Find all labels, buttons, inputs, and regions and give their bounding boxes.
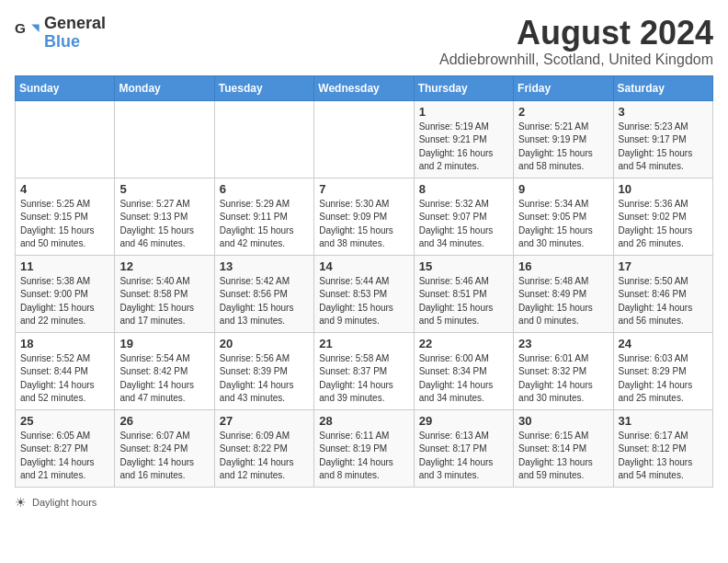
- calendar-cell: 17Sunrise: 5:50 AM Sunset: 8:46 PM Dayli…: [613, 255, 712, 332]
- day-number: 2: [518, 105, 608, 119]
- day-info: Sunrise: 6:01 AM Sunset: 8:32 PM Dayligh…: [518, 352, 608, 406]
- day-number: 25: [20, 414, 109, 428]
- day-info: Sunrise: 6:15 AM Sunset: 8:14 PM Dayligh…: [518, 430, 608, 483]
- calendar-cell: 23Sunrise: 6:01 AM Sunset: 8:32 PM Dayli…: [514, 332, 613, 409]
- day-number: 7: [319, 182, 408, 196]
- day-number: 12: [119, 259, 209, 273]
- day-info: Sunrise: 5:21 AM Sunset: 9:19 PM Dayligh…: [518, 121, 608, 174]
- day-info: Sunrise: 5:46 AM Sunset: 8:51 PM Dayligh…: [419, 275, 508, 328]
- day-number: 6: [220, 182, 309, 196]
- day-number: 26: [119, 414, 209, 428]
- calendar-header-row: SundayMondayTuesdayWednesdayThursdayFrid…: [16, 75, 713, 100]
- day-number: 28: [319, 414, 408, 428]
- calendar-cell: [214, 100, 313, 178]
- calendar-cell: 11Sunrise: 5:38 AM Sunset: 9:00 PM Dayli…: [16, 255, 115, 332]
- day-number: 3: [619, 105, 708, 119]
- day-info: Sunrise: 5:48 AM Sunset: 8:49 PM Dayligh…: [518, 275, 608, 328]
- calendar-cell: 8Sunrise: 5:32 AM Sunset: 9:07 PM Daylig…: [414, 178, 513, 255]
- calendar-cell: 31Sunrise: 6:17 AM Sunset: 8:12 PM Dayli…: [613, 409, 712, 487]
- day-number: 29: [419, 414, 508, 428]
- calendar-cell: 10Sunrise: 5:36 AM Sunset: 9:02 PM Dayli…: [613, 178, 712, 255]
- day-number: 13: [220, 259, 309, 273]
- calendar-cell: 22Sunrise: 6:00 AM Sunset: 8:34 PM Dayli…: [414, 332, 513, 409]
- calendar-cell: 19Sunrise: 5:54 AM Sunset: 8:42 PM Dayli…: [115, 332, 214, 409]
- day-number: 30: [518, 414, 608, 428]
- day-info: Sunrise: 5:58 AM Sunset: 8:37 PM Dayligh…: [319, 352, 408, 406]
- calendar-week-row: 11Sunrise: 5:38 AM Sunset: 9:00 PM Dayli…: [16, 255, 713, 332]
- day-info: Sunrise: 6:00 AM Sunset: 8:34 PM Dayligh…: [419, 352, 508, 406]
- calendar-cell: 14Sunrise: 5:44 AM Sunset: 8:53 PM Dayli…: [314, 255, 414, 332]
- calendar-cell: [314, 100, 414, 178]
- daylight-hours-label: Daylight hours: [32, 497, 97, 508]
- weekday-header: Saturday: [613, 75, 712, 100]
- calendar-cell: [16, 100, 115, 178]
- calendar-cell: 25Sunrise: 6:05 AM Sunset: 8:27 PM Dayli…: [16, 409, 115, 487]
- calendar-cell: 6Sunrise: 5:29 AM Sunset: 9:11 PM Daylig…: [214, 178, 313, 255]
- day-info: Sunrise: 5:32 AM Sunset: 9:07 PM Dayligh…: [419, 198, 508, 251]
- calendar-cell: 9Sunrise: 5:34 AM Sunset: 9:05 PM Daylig…: [514, 178, 613, 255]
- sun-icon: ☀: [15, 495, 27, 510]
- day-info: Sunrise: 6:13 AM Sunset: 8:17 PM Dayligh…: [419, 430, 508, 483]
- weekday-header: Wednesday: [314, 75, 414, 100]
- day-info: Sunrise: 5:34 AM Sunset: 9:05 PM Dayligh…: [518, 198, 608, 251]
- calendar-cell: 28Sunrise: 6:11 AM Sunset: 8:19 PM Dayli…: [314, 409, 414, 487]
- svg-text:G: G: [15, 20, 26, 36]
- svg-marker-1: [31, 24, 39, 31]
- day-number: 16: [518, 259, 608, 273]
- calendar-cell: 12Sunrise: 5:40 AM Sunset: 8:58 PM Dayli…: [115, 255, 214, 332]
- calendar-cell: 16Sunrise: 5:48 AM Sunset: 8:49 PM Dayli…: [514, 255, 613, 332]
- weekday-header: Thursday: [414, 75, 513, 100]
- calendar-cell: 13Sunrise: 5:42 AM Sunset: 8:56 PM Dayli…: [214, 255, 313, 332]
- calendar-cell: 3Sunrise: 5:23 AM Sunset: 9:17 PM Daylig…: [613, 100, 712, 178]
- day-info: Sunrise: 5:29 AM Sunset: 9:11 PM Dayligh…: [220, 198, 309, 251]
- day-number: 1: [419, 105, 508, 119]
- day-info: Sunrise: 5:50 AM Sunset: 8:46 PM Dayligh…: [619, 275, 708, 328]
- calendar-cell: 26Sunrise: 6:07 AM Sunset: 8:24 PM Dayli…: [115, 409, 214, 487]
- day-number: 8: [419, 182, 508, 196]
- calendar-cell: 15Sunrise: 5:46 AM Sunset: 8:51 PM Dayli…: [414, 255, 513, 332]
- day-info: Sunrise: 6:03 AM Sunset: 8:29 PM Dayligh…: [619, 352, 708, 406]
- calendar-cell: [115, 100, 214, 178]
- calendar-week-row: 18Sunrise: 5:52 AM Sunset: 8:44 PM Dayli…: [16, 332, 713, 409]
- calendar-cell: 29Sunrise: 6:13 AM Sunset: 8:17 PM Dayli…: [414, 409, 513, 487]
- weekday-header: Tuesday: [214, 75, 313, 100]
- day-info: Sunrise: 6:17 AM Sunset: 8:12 PM Dayligh…: [619, 430, 708, 483]
- calendar-cell: 4Sunrise: 5:25 AM Sunset: 9:15 PM Daylig…: [16, 178, 115, 255]
- day-info: Sunrise: 5:36 AM Sunset: 9:02 PM Dayligh…: [619, 198, 708, 251]
- logo-icon: G: [15, 19, 40, 45]
- day-info: Sunrise: 5:56 AM Sunset: 8:39 PM Dayligh…: [220, 352, 309, 406]
- calendar-cell: 21Sunrise: 5:58 AM Sunset: 8:37 PM Dayli…: [314, 332, 414, 409]
- day-info: Sunrise: 5:42 AM Sunset: 8:56 PM Dayligh…: [220, 275, 309, 328]
- footer-note: ☀ Daylight hours: [15, 495, 713, 510]
- day-info: Sunrise: 5:25 AM Sunset: 9:15 PM Dayligh…: [20, 198, 109, 251]
- calendar-week-row: 1Sunrise: 5:19 AM Sunset: 9:21 PM Daylig…: [16, 100, 713, 178]
- day-number: 15: [419, 259, 508, 273]
- calendar-cell: 1Sunrise: 5:19 AM Sunset: 9:21 PM Daylig…: [414, 100, 513, 178]
- day-number: 14: [319, 259, 408, 273]
- day-number: 22: [419, 337, 508, 350]
- day-number: 18: [20, 337, 109, 350]
- day-number: 20: [220, 337, 309, 350]
- calendar-cell: 18Sunrise: 5:52 AM Sunset: 8:44 PM Dayli…: [16, 332, 115, 409]
- day-number: 5: [119, 182, 209, 196]
- day-number: 17: [619, 259, 708, 273]
- day-info: Sunrise: 5:54 AM Sunset: 8:42 PM Dayligh…: [119, 352, 209, 406]
- calendar-cell: 2Sunrise: 5:21 AM Sunset: 9:19 PM Daylig…: [514, 100, 613, 178]
- day-info: Sunrise: 6:07 AM Sunset: 8:24 PM Dayligh…: [119, 430, 209, 483]
- day-info: Sunrise: 5:19 AM Sunset: 9:21 PM Dayligh…: [419, 121, 508, 174]
- page-header: G General Blue August 2024 Addiebrownhil…: [15, 15, 713, 68]
- main-title: August 2024: [439, 15, 713, 52]
- weekday-header: Monday: [115, 75, 214, 100]
- day-info: Sunrise: 5:52 AM Sunset: 8:44 PM Dayligh…: [20, 352, 109, 406]
- day-info: Sunrise: 5:40 AM Sunset: 8:58 PM Dayligh…: [119, 275, 209, 328]
- calendar-week-row: 25Sunrise: 6:05 AM Sunset: 8:27 PM Dayli…: [16, 409, 713, 487]
- day-info: Sunrise: 5:30 AM Sunset: 9:09 PM Dayligh…: [319, 198, 408, 251]
- day-number: 31: [619, 414, 708, 428]
- day-info: Sunrise: 5:27 AM Sunset: 9:13 PM Dayligh…: [119, 198, 209, 251]
- day-number: 27: [220, 414, 309, 428]
- weekday-header: Sunday: [16, 75, 115, 100]
- subtitle: Addiebrownhill, Scotland, United Kingdom: [439, 52, 713, 68]
- logo: G General Blue: [15, 15, 106, 50]
- day-number: 23: [518, 337, 608, 350]
- day-number: 4: [20, 182, 109, 196]
